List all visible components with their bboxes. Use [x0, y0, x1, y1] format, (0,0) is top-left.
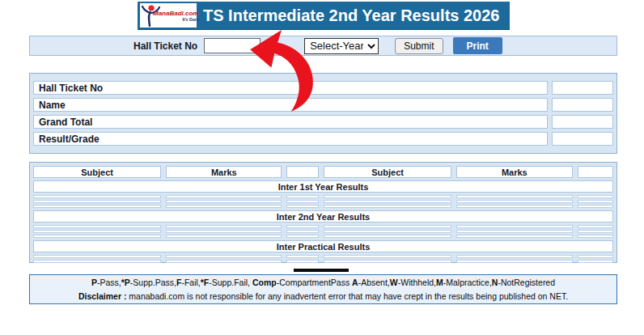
empty-marks-row [33, 195, 613, 198]
row-label-result-grade: Result/Grade [33, 132, 548, 146]
divider-bar [294, 269, 349, 272]
submit-button[interactable]: Submit [395, 38, 443, 54]
hall-ticket-input[interactable] [204, 38, 261, 53]
hall-ticket-label: Hall Ticket No [133, 40, 197, 52]
empty-marks-row [33, 255, 613, 258]
row-value-grand-total [552, 115, 613, 129]
disclaimer-text: Disclaimer : manabadi.com is not respons… [78, 290, 568, 303]
table-row: Result/Grade [33, 132, 613, 146]
page-title: TS Intermediate 2nd Year Results 2026 [203, 6, 499, 25]
row-label-hall-ticket: Hall Ticket No [33, 81, 548, 95]
results-page: ManaBadi.com It's Ours TS Intermediate 2… [0, 0, 644, 335]
marks-table: Subject Marks Subject Marks Inter 1st Ye… [29, 162, 617, 263]
empty-marks-row [33, 230, 613, 233]
row-value-name [552, 98, 613, 112]
row-label-grand-total: Grand Total [33, 115, 548, 129]
marks-header-row: Subject Marks Subject Marks [33, 166, 613, 178]
logo-name: ManaBadi.com [153, 11, 198, 17]
section-title-inter-practical: Inter Practical Results [33, 240, 613, 252]
logo-text: ManaBadi.com It's Ours [153, 11, 198, 22]
column-header-marks: Marks [166, 166, 282, 178]
empty-marks-row [33, 225, 613, 228]
section-title-inter-2nd-year: Inter 2nd Year Results [33, 210, 613, 223]
table-row: Name [33, 98, 613, 112]
empty-marks-row [33, 205, 613, 208]
candidate-info-table: Hall Ticket No Name Grand Total Result/G… [29, 73, 617, 154]
column-header-blank [286, 166, 319, 178]
logo-tagline: It's Ours [153, 18, 198, 22]
grades-legend: P-Pass,*P-Supp.Pass,F-Fail,*F-Supp.Fail,… [91, 276, 555, 289]
year-select[interactable]: Select-Year [304, 38, 379, 54]
column-header-marks: Marks [456, 166, 572, 178]
section-title-inter-1st-year: Inter 1st Year Results [33, 180, 613, 193]
manabadi-logo: ManaBadi.com It's Ours [140, 3, 197, 28]
search-form: Hall Ticket No Select-Year Submit Print [29, 36, 617, 56]
empty-marks-row [33, 235, 613, 238]
empty-marks-row [33, 260, 613, 263]
table-row: Grand Total [33, 115, 613, 129]
empty-marks-row [33, 200, 613, 203]
print-button[interactable]: Print [453, 37, 502, 54]
footer-legend-box: P-Pass,*P-Supp.Pass,F-Fail,*F-Supp.Fail,… [29, 274, 617, 304]
row-value-result-grade [552, 132, 613, 146]
column-header-subject: Subject [324, 166, 451, 178]
table-row: Hall Ticket No [33, 81, 613, 95]
column-header-subject: Subject [33, 166, 161, 178]
row-label-name: Name [33, 98, 548, 112]
header-bar: ManaBadi.com It's Ours TS Intermediate 2… [138, 2, 510, 30]
row-value-hall-ticket [552, 81, 613, 95]
column-header-blank [578, 166, 613, 178]
